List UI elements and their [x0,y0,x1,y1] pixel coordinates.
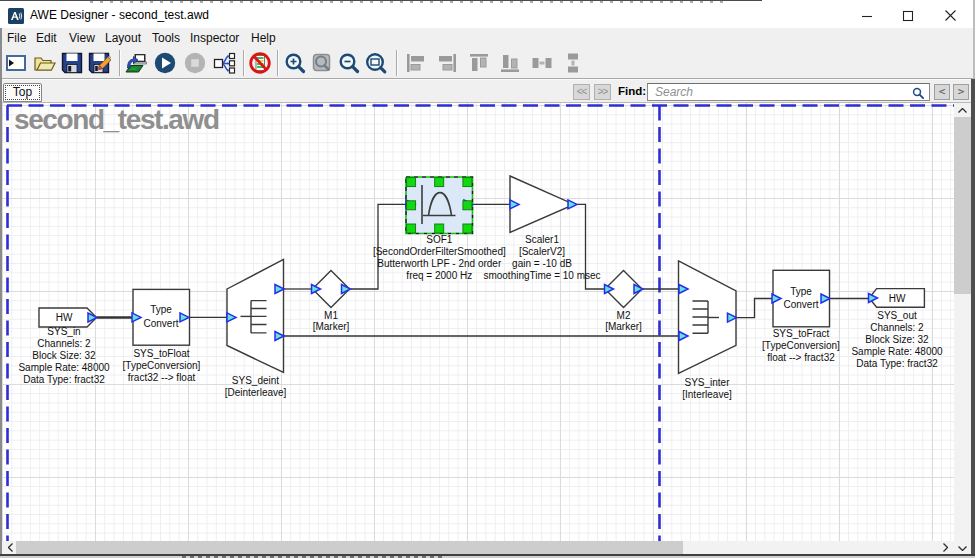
zoom-in-button[interactable] [283,51,307,75]
align-right-button[interactable] [435,51,459,75]
tab-scroll-left-button[interactable]: < [934,84,950,100]
label-sys-out-2: Block Size: 32 [865,334,929,345]
toolbar-separator [119,50,121,76]
distribute-horizontal-icon [530,51,554,75]
zoom-out-button[interactable] [337,51,361,75]
profiling-disabled-icon [248,51,272,75]
open-button[interactable] [32,51,56,75]
zoom-all-icon [364,51,388,75]
toolbar-separator [243,50,245,76]
minimize-button[interactable] [844,3,890,28]
label-tofloat-0: SYS_toFloat [133,348,189,359]
run-button[interactable] [153,51,177,75]
connect-target-icon [124,51,148,75]
menu-view[interactable]: View [69,28,95,48]
menu-inspector[interactable]: Inspector [190,28,239,48]
pin-scaler1-out[interactable] [568,200,577,209]
toolbar-separator [396,50,398,76]
sys-out-text: HW [889,293,906,304]
sys-in-text: HW [56,312,73,323]
distribute-vertical-button[interactable] [561,51,585,75]
label-tofloat-2: fract32 --> float [128,372,196,383]
zoom-in-icon [283,51,307,75]
scroll-right-button[interactable] [937,541,954,554]
toolbar [0,48,975,79]
label-m2-0: M2 [617,310,631,321]
align-left-button[interactable] [404,51,428,75]
menu-tools[interactable]: Tools [152,28,180,48]
save-icon [60,51,84,75]
sys-tofract-text-1: Type [790,286,812,297]
stop-button[interactable] [183,51,207,75]
canvas-system-title: second_test.awd [14,104,220,135]
label-inter-0: SYS_inter [684,377,730,388]
chevron-right-icon [943,543,948,552]
zoom-selection-button[interactable] [310,51,334,75]
tab-scroll-right-button[interactable]: > [953,84,969,100]
label-sof1-3: freq = 2000 Hz [406,270,472,281]
tab-top[interactable]: Top [3,83,42,102]
label-sys-out-3: Sample Rate: 48000 [851,346,943,357]
distribute-vertical-icon [561,51,585,75]
label-sys-in-4: Data Type: fract32 [23,374,105,385]
label-m2-1: [Marker] [605,321,642,332]
sys-tofloat-text-1: Type [150,304,172,315]
sys-tofract-text-2: Convert [783,299,818,310]
label-deint-0: SYS_deint [232,375,279,386]
find-next-button[interactable]: >> [594,84,611,100]
zoom-all-button[interactable] [364,51,388,75]
design-canvas[interactable]: second_test.awd [2,103,954,541]
align-bottom-button[interactable] [498,51,522,75]
propagate-button[interactable] [212,51,236,75]
scroll-down-button[interactable] [954,541,971,555]
search-input[interactable] [647,83,930,101]
label-sys-out-0: SYS_out [877,310,917,321]
label-sys-out-1: Channels: 2 [870,322,924,333]
awe-designer-window: AWE Designer - second_test.awd File Edit… [0,0,975,558]
align-bottom-icon [498,51,522,75]
new-design-button[interactable] [4,51,28,75]
stop-icon [183,51,207,75]
tab-top-label: Top [4,85,41,100]
menu-bar: File Edit View Layout Tools Inspector He… [0,28,975,48]
chevron-up-icon [958,108,967,113]
close-icon [944,9,957,22]
menu-layout[interactable]: Layout [105,28,141,48]
horizontal-scrollbar[interactable] [2,541,954,554]
title-bar: AWE Designer - second_test.awd [0,3,975,28]
align-top-button[interactable] [467,51,491,75]
align-right-icon [435,51,459,75]
menu-edit[interactable]: Edit [36,28,57,48]
vertical-scrollbar[interactable] [954,103,971,555]
distribute-horizontal-button[interactable] [530,51,554,75]
align-top-icon [467,51,491,75]
connect-target-button[interactable] [124,51,148,75]
label-scaler1-1: [ScalerV2] [519,246,565,257]
label-scaler1-3: smoothingTime = 10 msec [483,270,600,281]
window-border-right [971,79,975,555]
label-tofloat-1: [TypeConversion] [123,360,201,371]
label-scaler1-0: Scaler1 [525,234,559,245]
menu-help[interactable]: Help [251,28,276,48]
chevron-down-icon [958,546,967,551]
scroll-up-button[interactable] [954,103,971,117]
label-tofract-0: SYS_toFract [773,328,830,339]
chevron-left-icon [8,543,13,552]
profiling-disabled-button[interactable] [248,51,272,75]
close-button[interactable] [927,3,973,28]
maximize-button[interactable] [885,3,931,28]
wire-inter-typeconvert2[interactable] [737,299,773,318]
label-tofract-2: float --> fract32 [767,352,835,363]
horizontal-scrollbar-thumb[interactable] [16,541,683,554]
vertical-scrollbar-thumb[interactable] [954,117,971,294]
maximize-icon [902,10,914,22]
window-title: AWE Designer - second_test.awd [30,3,209,28]
search-icon[interactable] [912,87,925,100]
find-previous-button[interactable]: << [573,84,590,100]
signal-flow-diagram: second_test.awd [2,103,954,541]
label-sys-in-1: Channels: 2 [37,338,91,349]
save-button[interactable] [60,51,84,75]
label-sof1-1: [SecondOrderFilterSmoothed] [373,246,506,257]
menu-file[interactable]: File [7,28,26,48]
save-as-button[interactable] [87,51,111,75]
